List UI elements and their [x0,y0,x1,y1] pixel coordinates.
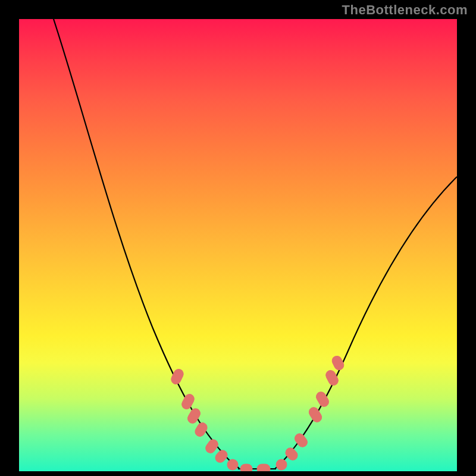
svg-rect-6 [225,457,240,471]
svg-rect-7 [240,464,252,471]
svg-rect-4 [203,438,220,455]
chart-container: TheBottleneck.com [0,0,476,476]
svg-rect-10 [284,446,300,462]
svg-rect-12 [307,406,323,424]
plot-area [19,19,457,471]
curve-right [275,177,457,469]
curve-left [54,19,239,468]
svg-rect-9 [274,457,289,471]
svg-rect-8 [257,464,270,471]
svg-rect-3 [193,421,209,439]
markers-floor [240,464,270,471]
svg-rect-5 [214,448,230,464]
curve-layer [19,19,457,471]
markers-left [170,368,240,471]
svg-rect-1 [180,393,196,411]
svg-rect-14 [324,369,340,387]
markers-right [274,355,345,471]
svg-rect-15 [330,355,345,372]
attribution-text: TheBottleneck.com [342,2,468,18]
